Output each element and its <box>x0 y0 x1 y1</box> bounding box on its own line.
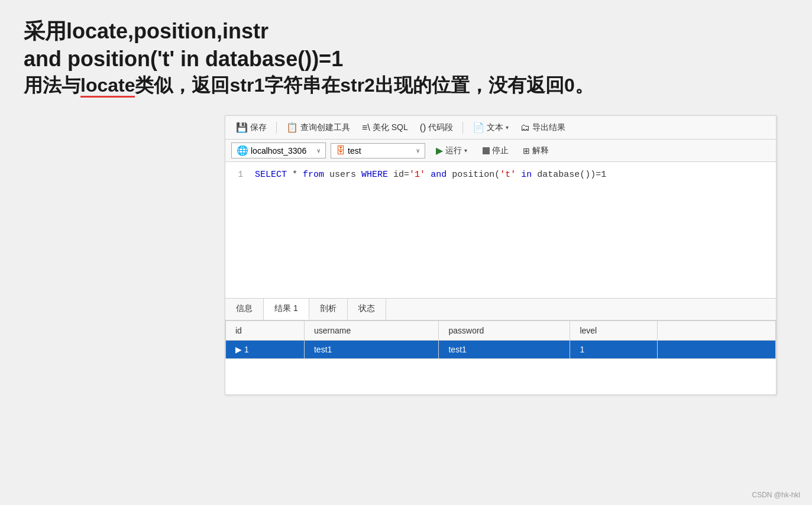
result-table: id username password level ▶ 1test1test1… <box>225 321 776 359</box>
text-icon: 📄 <box>473 122 484 133</box>
sql-where-keyword: WHERE <box>361 170 388 180</box>
stop-button[interactable]: 停止 <box>478 144 513 158</box>
cell-username: test1 <box>304 341 439 359</box>
footer-attribution: CSDN @hk-hkl <box>752 491 800 499</box>
result-table-wrapper: id username password level ▶ 1test1test1… <box>225 321 776 394</box>
sql-from-keyword: from <box>303 170 324 180</box>
cell-level: 1 <box>570 341 658 359</box>
stop-icon <box>483 147 490 154</box>
beautify-label: 美化 SQL <box>373 122 408 133</box>
row-indicator: ▶ <box>235 345 244 354</box>
tab-info[interactable]: 信息 <box>225 299 264 320</box>
tab-status-label: 状态 <box>358 303 375 313</box>
cell-password: test1 <box>439 341 570 359</box>
db-icon: 🗄 <box>336 145 345 156</box>
db-value: test <box>348 146 361 156</box>
code-snippet-label: 代码段 <box>428 122 453 133</box>
cell-extra <box>658 341 776 359</box>
sql-editor[interactable]: 1 SELECT * from users WHERE id='1' and p… <box>225 162 776 298</box>
run-chevron: ▾ <box>464 147 467 154</box>
tab-result1-label: 结果 1 <box>274 303 298 313</box>
save-button[interactable]: 💾 保存 <box>231 119 271 135</box>
export-label: 导出结果 <box>532 122 565 133</box>
sql-select-keyword: SELECT <box>255 170 287 180</box>
database-select[interactable]: 🗄 test ∨ <box>331 143 425 158</box>
explain-icon: ⊞ <box>523 146 530 156</box>
header-line2: and position('t' in database())=1 <box>24 46 788 73</box>
query-builder-button[interactable]: 📋 查询创建工具 <box>282 119 355 135</box>
text-label: 文本 <box>487 122 503 133</box>
save-label: 保存 <box>250 122 267 133</box>
footer: CSDN @hk-hkl <box>752 491 800 499</box>
explain-label: 解释 <box>532 145 549 156</box>
sql-id-value: '1' <box>409 170 425 180</box>
sql-code-1: SELECT * from users WHERE id='1' and pos… <box>255 168 606 182</box>
text-chevron: ▾ <box>506 124 509 131</box>
col-header-password: password <box>439 321 570 341</box>
beautify-icon: ≡\ <box>362 122 370 133</box>
header-locate-underlined: locate <box>80 75 135 98</box>
col-header-level: level <box>570 321 658 341</box>
host-select[interactable]: 🌐 localhost_3306 ∨ <box>231 143 326 158</box>
col-header-extra <box>658 321 776 341</box>
header-line3-prefix: 用法与 <box>24 75 80 96</box>
db-chevron: ∨ <box>416 147 420 154</box>
tab-profile[interactable]: 剖析 <box>309 299 348 320</box>
header-line1: 采用locate,position,instr <box>24 18 788 46</box>
sql-and-keyword: and <box>431 170 447 180</box>
header-line2-text: and position('t' in database())=1 <box>24 47 343 71</box>
code-snippet-icon: () <box>420 122 426 133</box>
tab-result1[interactable]: 结果 1 <box>264 299 309 320</box>
toolbar-separator-1 <box>276 122 277 134</box>
export-button[interactable]: 🗂 导出结果 <box>516 120 570 135</box>
header-line3-suffix: 类似，返回str1字符串在str2出现的位置，没有返回0。 <box>135 75 593 96</box>
sql-t-value: 't' <box>500 170 516 180</box>
col-header-username: username <box>304 321 439 341</box>
run-button[interactable]: ▶ 运行 ▾ <box>430 143 473 158</box>
tab-profile-label: 剖析 <box>320 303 337 313</box>
sql-in-keyword: in <box>521 170 532 180</box>
explain-button[interactable]: ⊞ 解释 <box>518 144 554 158</box>
table-row[interactable]: ▶ 1test1test11 <box>226 341 776 359</box>
header-line3: 用法与locate类似，返回str1字符串在str2出现的位置，没有返回0。 <box>24 73 788 98</box>
save-icon: 💾 <box>236 122 248 133</box>
tab-info-label: 信息 <box>236 303 253 313</box>
page-wrapper: 采用locate,position,instr and position('t'… <box>0 0 812 505</box>
run-icon: ▶ <box>436 145 443 156</box>
result-tabs: 信息 结果 1 剖析 状态 <box>225 298 776 321</box>
line-number-1: 1 <box>231 168 243 182</box>
run-label: 运行 <box>445 145 462 156</box>
toolbar-separator-2 <box>462 122 463 134</box>
cell-id: ▶ 1 <box>226 341 305 359</box>
export-icon: 🗂 <box>520 122 530 133</box>
tab-status[interactable]: 状态 <box>348 299 386 320</box>
sql-panel: 💾 保存 📋 查询创建工具 ≡\ 美化 SQL () 代码段 📄 文本 ▾ <box>225 115 777 395</box>
query-builder-label: 查询创建工具 <box>300 122 350 133</box>
host-chevron: ∨ <box>316 147 321 154</box>
toolbar: 💾 保存 📋 查询创建工具 ≡\ 美化 SQL () 代码段 📄 文本 ▾ <box>225 116 776 140</box>
host-value: localhost_3306 <box>251 146 306 156</box>
col-header-id: id <box>226 321 305 341</box>
header-text: 采用locate,position,instr and position('t'… <box>24 18 788 98</box>
beautify-button[interactable]: ≡\ 美化 SQL <box>357 120 413 135</box>
stop-label: 停止 <box>492 145 509 156</box>
empty-rows <box>225 359 776 394</box>
query-builder-icon: 📋 <box>286 122 298 133</box>
text-button[interactable]: 📄 文本 ▾ <box>468 119 513 135</box>
connection-bar: 🌐 localhost_3306 ∨ 🗄 test ∨ ▶ 运行 ▾ 停止 ⊞ … <box>225 140 776 162</box>
host-icon: 🌐 <box>237 145 248 156</box>
sql-line-1: 1 SELECT * from users WHERE id='1' and p… <box>231 168 770 182</box>
code-snippet-button[interactable]: () 代码段 <box>415 120 458 135</box>
table-header-row: id username password level <box>226 321 776 341</box>
